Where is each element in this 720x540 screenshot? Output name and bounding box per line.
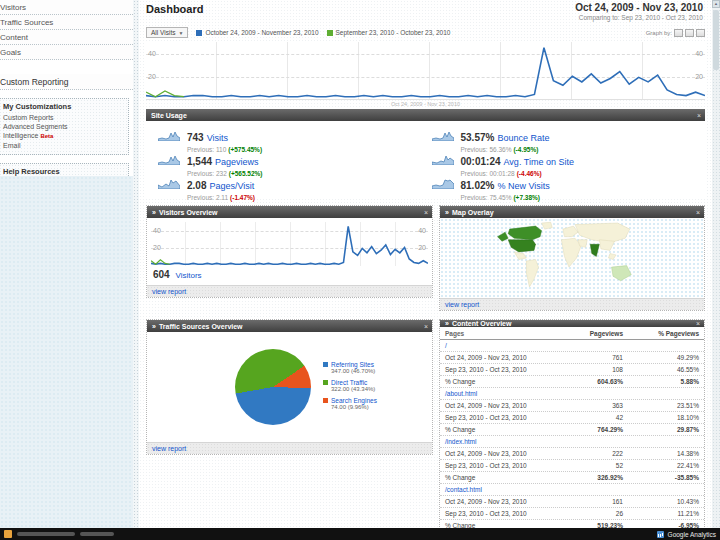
table-row: Oct 24, 2009 - Nov 23, 201022214.38%	[440, 448, 704, 460]
col-pageviews: Pageviews	[553, 330, 623, 337]
visitors-count: 604 Visitors	[147, 266, 432, 285]
visitors-overview-widget: » Visitors Overview × 40 20 40 20 604	[146, 205, 433, 298]
sidebar-item-visitors[interactable]: Visitors	[0, 0, 133, 15]
footer-bar: Google Analytics	[0, 528, 720, 540]
metric-link[interactable]: Visits	[207, 133, 228, 143]
close-icon[interactable]: ×	[696, 209, 700, 216]
help-resources-title: Help Resources	[3, 167, 124, 176]
visitors-overview-header[interactable]: » Visitors Overview ×	[147, 206, 432, 218]
y-tick-right-40: 40	[418, 227, 426, 234]
metric-link[interactable]: % New Visits	[497, 181, 549, 191]
scroll-up-arrow[interactable]: ▲	[712, 0, 720, 8]
map-overlay-header[interactable]: » Map Overlay ×	[440, 206, 704, 218]
table-row: Oct 24, 2009 - Nov 23, 201016110.43%	[440, 496, 704, 508]
metric-link[interactable]: Pageviews	[215, 157, 259, 167]
page-link[interactable]: /	[445, 342, 553, 349]
metric-link[interactable]: Bounce Rate	[497, 133, 549, 143]
table-row: /about.html	[440, 388, 704, 400]
metric-value: 2.08	[187, 180, 206, 191]
page-link[interactable]: /contact.html	[445, 486, 553, 493]
graph-by-week-icon[interactable]	[685, 29, 694, 37]
view-report-link[interactable]: view report	[445, 301, 479, 308]
metric-visits: 743Visits Previous: 110(+575.45%)	[158, 125, 432, 149]
content-overview-widget: » Content Overview × Pages Pageviews % P…	[439, 319, 705, 528]
metric-percent-new-visits: 81.02%% New Visits Previous: 75.45%(+7.3…	[432, 173, 706, 197]
sparkline-icon	[158, 177, 180, 189]
sparkline-icon	[432, 129, 454, 141]
traffic-sources-pie-chart[interactable]	[235, 349, 311, 425]
metric-avg-time-on-site: 00:01:24Avg. Time on Site Previous: 00:0…	[432, 149, 706, 173]
legend-link[interactable]: Direct Traffic	[331, 379, 367, 386]
graph-by-label: Graph by:	[646, 30, 672, 36]
site-usage-metrics: 743Visits Previous: 110(+575.45%) 53.57%…	[146, 121, 705, 197]
legend-value: 74.00 (9.96%)	[331, 404, 377, 410]
metric-bounce-rate: 53.57%Bounce Rate Previous: 56.36%(-4.95…	[432, 125, 706, 149]
metric-link[interactable]: Pages/Visit	[209, 181, 254, 191]
segment-dropdown[interactable]: All Visits ▼	[146, 27, 188, 38]
metric-pageviews: 1,544Pageviews Previous: 232(+565.52%)	[158, 149, 432, 173]
visitors-overview-body: 40 20 40 20 604 Visitors	[147, 218, 432, 285]
footer-logo[interactable]	[4, 530, 12, 538]
table-row: Sep 23, 2010 - Oct 23, 201010846.55%	[440, 364, 704, 376]
close-icon[interactable]: ×	[697, 112, 701, 119]
legend-swatch	[323, 398, 328, 403]
table-row: Sep 23, 2010 - Oct 23, 20105222.41%	[440, 460, 704, 472]
visitors-overview-footer: view report	[147, 285, 432, 297]
close-icon[interactable]: ×	[424, 323, 428, 330]
table-row: /	[440, 340, 704, 352]
graph-by-month-icon[interactable]	[696, 29, 705, 37]
traffic-sources-widget: » Traffic Sources Overview × Referring S…	[146, 319, 433, 455]
scroll-thumb[interactable]	[713, 10, 719, 70]
traffic-sources-header[interactable]: » Traffic Sources Overview ×	[147, 320, 432, 332]
visitors-count-link[interactable]: Visitors	[175, 271, 201, 280]
view-report-link[interactable]: view report	[152, 445, 186, 452]
sidebar-item-email[interactable]: Email	[3, 141, 124, 150]
metric-value: 1,544	[187, 156, 212, 167]
table-row: Sep 23, 2010 - Oct 23, 20104218.10%	[440, 412, 704, 424]
y-tick-right-20: 20	[418, 244, 426, 251]
content-overview-title: Content Overview	[452, 320, 512, 327]
sidebar-item-goals[interactable]: Goals	[0, 45, 133, 60]
close-icon[interactable]: ×	[424, 209, 428, 216]
expand-icon: »	[445, 209, 449, 216]
sidebar: Visitors Traffic Sources Content Goals C…	[0, 0, 133, 528]
legend-swatch	[323, 380, 328, 385]
graph-by-day-icon[interactable]	[674, 29, 683, 37]
metric-value: 00:01:24	[461, 156, 501, 167]
footer-text-blur	[17, 532, 75, 536]
world-map[interactable]	[474, 220, 670, 296]
sidebar-item-content[interactable]: Content	[0, 30, 133, 45]
legend-link[interactable]: Referring Sites	[331, 361, 374, 368]
sidebar-item-advanced-segments[interactable]: Advanced Segments	[3, 122, 124, 131]
sidebar-item-intelligence[interactable]: IntelligenceBeta	[3, 131, 124, 141]
sidebar-item-custom-reports[interactable]: Custom Reports	[3, 113, 124, 122]
map-overlay-body	[440, 218, 704, 298]
page-link[interactable]: /about.html	[445, 390, 553, 397]
visitors-mini-chart[interactable]: 40 20 40 20	[151, 222, 428, 266]
y-tick-left-20: 20	[148, 73, 156, 80]
scrollbar[interactable]: ▲	[712, 0, 720, 528]
footer-text-blur	[80, 532, 114, 536]
date-range-selector[interactable]: Oct 24, 2009 - Nov 23, 2010	[575, 2, 703, 13]
legend-swatch-current	[196, 30, 202, 36]
y-tick-right-20: 20	[695, 73, 703, 80]
view-report-link[interactable]: view report	[152, 288, 186, 295]
sparkline-icon	[158, 153, 180, 165]
legend-link[interactable]: Search Engines	[331, 397, 377, 404]
sidebar-item-traffic-sources[interactable]: Traffic Sources	[0, 15, 133, 30]
main-content: Dashboard Oct 24, 2009 - Nov 23, 2010 Co…	[139, 0, 712, 528]
legend-swatch-previous	[327, 30, 333, 36]
legend-current-label: October 24, 2009 - November 23, 2010	[205, 29, 318, 36]
sidebar-item-custom-reporting[interactable]: Custom Reporting	[0, 74, 133, 90]
visits-timeline-chart[interactable]: 40 20 40 20	[146, 42, 705, 100]
close-icon[interactable]: ×	[696, 320, 700, 327]
analytics-icon	[657, 531, 664, 538]
visitors-count-value: 604	[153, 269, 170, 280]
table-change-row: % Change326.92%-35.85%	[440, 472, 704, 484]
content-overview-header[interactable]: » Content Overview ×	[440, 320, 704, 327]
y-tick-left-40: 40	[153, 227, 161, 234]
metric-link[interactable]: Avg. Time on Site	[504, 157, 574, 167]
table-change-row: % Change519.23%-6.95%	[440, 520, 704, 528]
page-link[interactable]: /index.html	[445, 438, 553, 445]
legend-referring-sites: Referring Sites 347.00 (46.70%)	[323, 361, 377, 374]
